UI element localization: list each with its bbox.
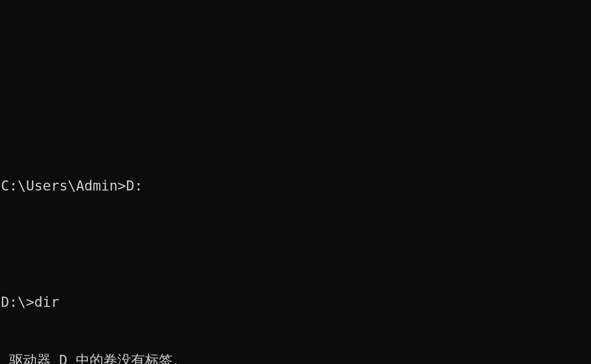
command-text: D: (126, 178, 143, 194)
prompt-line-2: D:\>dir (1, 292, 590, 312)
prompt-path: C:\Users\Admin> (1, 178, 126, 194)
terminal-output[interactable]: C:\Users\Admin>D: D:\>dir 驱动器 D 中的卷没有标签。… (0, 78, 591, 364)
prompt-path: D:\> (1, 294, 34, 310)
command-text: dir (34, 294, 59, 310)
volume-info-line: 驱动器 D 中的卷没有标签。 (1, 351, 590, 364)
prompt-line-1: C:\Users\Admin>D: (1, 176, 590, 196)
